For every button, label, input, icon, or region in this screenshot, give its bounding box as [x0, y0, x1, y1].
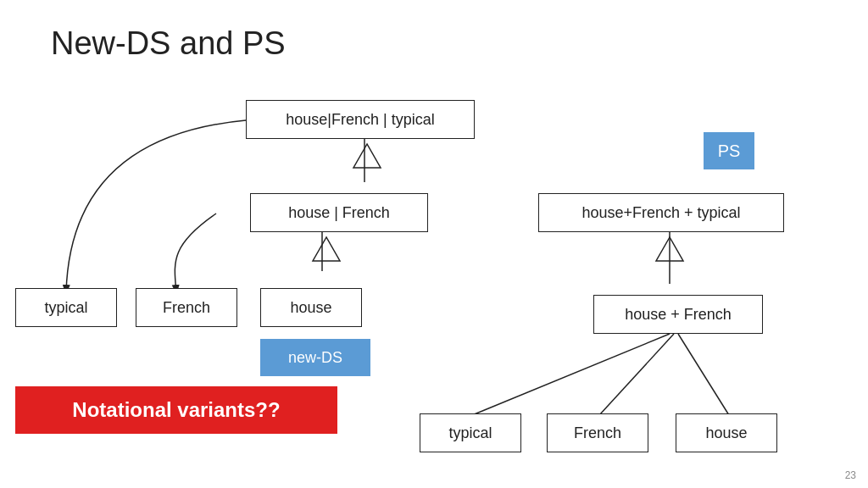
node-right-top: house+French + typical — [538, 193, 784, 232]
node-new-ds: new-DS — [260, 339, 370, 376]
svg-marker-7 — [313, 237, 340, 261]
svg-line-5 — [678, 334, 729, 415]
page-title: New-DS and PS — [51, 25, 286, 62]
node-french-right: French — [547, 413, 648, 452]
node-right-mid: house + French — [593, 295, 763, 334]
svg-marker-6 — [353, 144, 381, 168]
node-typical-left: typical — [15, 288, 117, 327]
node-notational: Notational variants?? — [15, 386, 337, 434]
node-mid: house | French — [250, 193, 428, 232]
node-typical-right: typical — [420, 413, 521, 452]
svg-line-4 — [599, 334, 674, 415]
page-number: 23 — [845, 469, 856, 481]
node-house-right: house — [676, 413, 777, 452]
triangle-root-mid — [352, 142, 382, 173]
triangle-right — [654, 236, 685, 266]
svg-marker-8 — [656, 237, 683, 261]
svg-line-3 — [472, 334, 670, 415]
triangle-mid-house — [311, 236, 342, 266]
node-root: house|French | typical — [246, 100, 475, 139]
node-house-left: house — [260, 288, 362, 327]
node-ps: PS — [704, 132, 754, 169]
node-french-left: French — [136, 288, 237, 327]
